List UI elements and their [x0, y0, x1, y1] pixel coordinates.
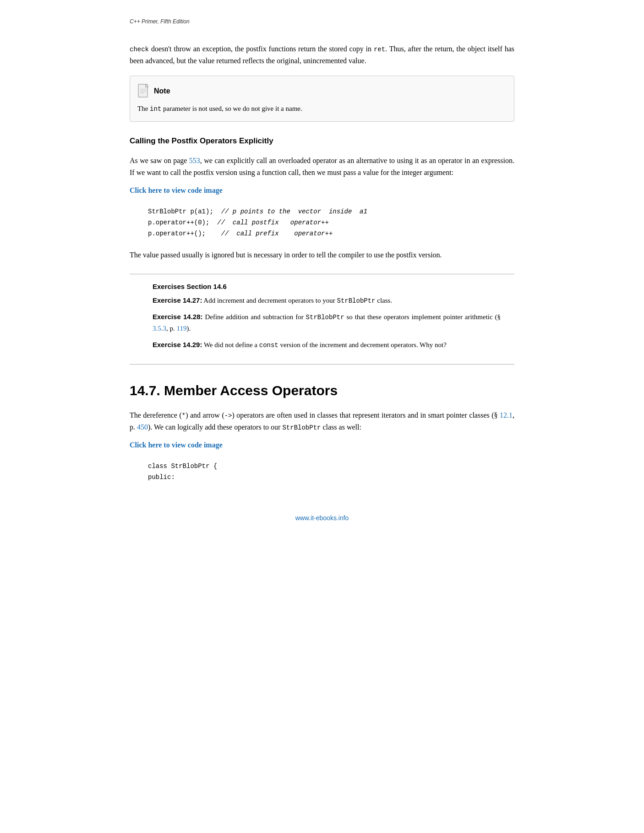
- section1-para2: The value passed usually is ignored but …: [130, 249, 514, 261]
- note-title: Note: [154, 87, 170, 95]
- code-line-3: p.operator++(); // call prefix operator+…: [148, 230, 333, 237]
- book-title: C++ Primer, Fifth Edition: [130, 18, 190, 25]
- note-icon: [137, 83, 150, 99]
- book-header: C++ Primer, Fifth Edition: [130, 18, 514, 25]
- section2-para1: The dereference (*) and arrow (->) opera…: [130, 409, 514, 433]
- code2-line-2: public:: [148, 474, 175, 481]
- code-block-2: class StrBlobPtr { public:: [130, 457, 514, 487]
- code2-line-1: class StrBlobPtr {: [148, 463, 217, 470]
- note-header: Note: [137, 83, 505, 99]
- strblobptr-code: StrBlobPtr: [282, 424, 321, 431]
- ex2-label: Exercise 14.28:: [153, 313, 203, 321]
- exercise-14-29: Exercise 14.29: We did not define a cons…: [153, 339, 501, 350]
- section1-para1: As we saw on page 553, we can explicitly…: [130, 155, 514, 178]
- ex2-code: StrBlobPtr: [306, 314, 344, 321]
- intro-paragraph-1: check doesn't throw an exception, the po…: [130, 43, 514, 66]
- footer-link[interactable]: www.it-ebooks.info: [295, 514, 349, 522]
- click-code-link-2[interactable]: Click here to view code image: [130, 439, 514, 451]
- view-code-link-2[interactable]: Click here to view code image: [130, 441, 223, 449]
- page-450-link[interactable]: 450: [137, 423, 148, 431]
- inline-code-ret: ret: [374, 46, 385, 53]
- code-block-1: StrBlobPtr p(a1); // p points to the vec…: [130, 203, 514, 243]
- section-heading-postfix: Calling the Postfix Operators Explicitly: [130, 136, 514, 146]
- section-12-1-link[interactable]: 12.1: [500, 411, 513, 419]
- exercise-14-27: Exercise 14.27: Add increment and decrem…: [153, 295, 501, 306]
- view-code-link-1[interactable]: Click here to view code image: [130, 186, 223, 194]
- dereference-code: *: [182, 412, 186, 419]
- ex2-link2[interactable]: 119: [177, 325, 187, 332]
- code-line-1: StrBlobPtr p(a1); // p points to the vec…: [148, 208, 367, 215]
- code-line-2: p.operator++(0); // call postfix operato…: [148, 219, 329, 226]
- chapter-heading-14-7: 14.7. Member Access Operators: [130, 383, 514, 398]
- ex2-link1[interactable]: 3.5.3: [153, 325, 166, 332]
- note-text: The int parameter is not used, so we do …: [137, 103, 505, 114]
- exercises-box: Exercises Section 14.6 Exercise 14.27: A…: [130, 274, 514, 365]
- click-code-link-1[interactable]: Click here to view code image: [130, 185, 514, 196]
- inline-code-int: int: [150, 105, 161, 113]
- arrow-code: ->: [224, 412, 232, 419]
- inline-code-check: check: [130, 46, 149, 53]
- exercises-title: Exercises Section 14.6: [153, 283, 501, 290]
- page-container: C++ Primer, Fifth Edition check doesn't …: [102, 0, 542, 558]
- ex3-label: Exercise 14.29:: [153, 341, 202, 348]
- note-box: Note The int parameter is not used, so w…: [130, 76, 514, 122]
- ex1-label: Exercise 14.27:: [153, 296, 202, 304]
- ex1-code: StrBlobPtr: [337, 297, 376, 305]
- footer: www.it-ebooks.info: [130, 514, 514, 522]
- page-553-link[interactable]: 553: [189, 157, 200, 164]
- ex3-code: const: [259, 342, 278, 349]
- exercise-14-28: Exercise 14.28: Define addition and subt…: [153, 311, 501, 333]
